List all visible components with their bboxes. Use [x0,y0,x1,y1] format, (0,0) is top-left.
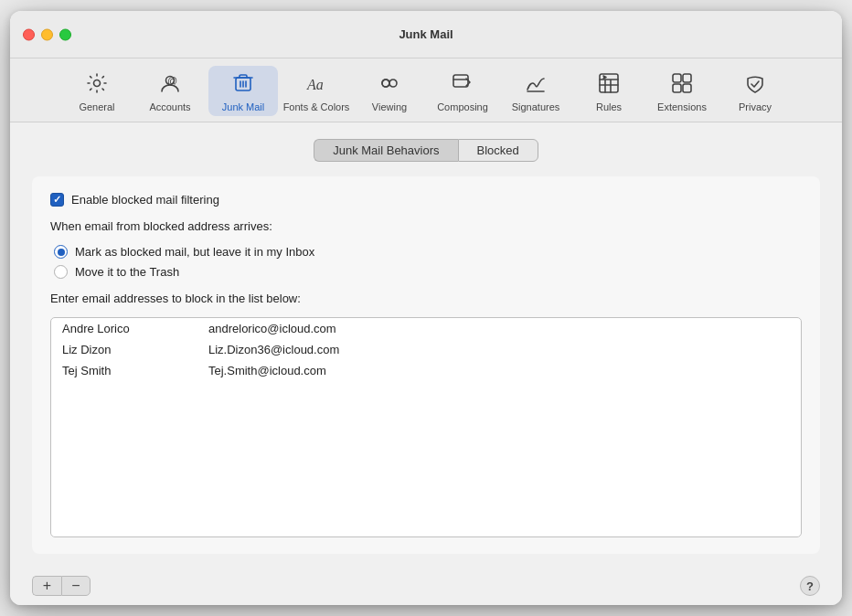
radio-trash-label: Move it to the Trash [75,265,179,279]
toolbar-junk-label: Junk Mail [222,101,264,112]
toolbar: General @ Accounts [10,58,842,122]
maximize-button[interactable] [59,28,71,40]
toolbar-composing[interactable]: Composing [428,66,497,116]
enable-filter-row[interactable]: Enable blocked mail filtering [50,193,802,207]
svg-text:@: @ [167,75,177,86]
svg-text:Aa: Aa [306,77,324,92]
settings-panel: Enable blocked mail filtering When email… [32,176,820,554]
email-name-2: Tej Smith [62,364,208,377]
add-button[interactable]: + [32,576,61,596]
when-label: When email from blocked address arrives: [50,219,272,233]
table-row[interactable]: Liz Dizon Liz.Dizon36@icloud.com [51,339,801,360]
radio-mark-button[interactable] [54,245,68,259]
toolbar-extensions[interactable]: Extensions [647,66,717,116]
toolbar-rules-label: Rules [596,101,622,112]
toolbar-fonts-label: Fonts & Colors [283,101,350,112]
svg-rect-15 [600,74,618,92]
radio-mark-inner [58,249,65,256]
close-button[interactable] [23,28,35,40]
toolbar-composing-label: Composing [437,101,488,112]
radio-group: Mark as blocked mail, but leave it in my… [50,245,802,279]
when-label-row: When email from blocked address arrives: [50,218,802,234]
toolbar-viewing-label: Viewing [372,101,407,112]
toolbar-signatures-label: Signatures [512,101,560,112]
svg-point-10 [389,80,397,87]
radio-trash-button[interactable] [54,265,68,279]
email-list[interactable]: Andre Lorico andrelorico@icloud.com Liz … [50,317,802,537]
toolbar-accounts[interactable]: @ Accounts [135,66,205,116]
table-row[interactable]: Tej Smith Tej.Smith@icloud.com [51,360,801,381]
svg-point-0 [94,80,101,87]
main-window: Junk Mail General @ Accounts [10,11,842,605]
accounts-icon: @ [158,71,182,99]
svg-rect-12 [453,75,468,87]
radio-trash[interactable]: Move it to the Trash [54,265,802,279]
toolbar-signatures[interactable]: Signatures [501,66,570,116]
list-label-row: Enter email addresses to block in the li… [50,290,802,306]
toolbar-extensions-label: Extensions [657,101,707,112]
fonts-icon: Aa [304,71,328,99]
toolbar-viewing[interactable]: Viewing [355,66,424,116]
email-name-1: Liz Dizon [62,343,208,356]
email-addr-0: andrelorico@icloud.com [208,322,790,335]
privacy-icon [743,71,767,99]
toolbar-accounts-label: Accounts [149,101,190,112]
signatures-icon [524,71,548,99]
segment-blocked[interactable]: Blocked [458,139,538,162]
svg-rect-19 [683,84,691,92]
svg-rect-17 [683,74,691,82]
toolbar-general-label: General [79,101,114,112]
segmented-control: Junk Mail Behaviors Blocked [32,139,820,162]
list-label: Enter email addresses to block in the li… [50,292,301,305]
segment-junk-behaviors[interactable]: Junk Mail Behaviors [314,139,457,162]
toolbar-privacy-label: Privacy [739,101,772,112]
email-name-0: Andre Lorico [62,322,208,335]
toolbar-general[interactable]: General [62,66,132,116]
content-area: Junk Mail Behaviors Blocked Enable block… [10,122,842,568]
viewing-icon [378,71,401,99]
svg-rect-16 [673,74,681,82]
table-row[interactable]: Andre Lorico andrelorico@icloud.com [51,318,801,339]
junk-mail-icon [231,71,255,99]
email-addr-1: Liz.Dizon36@icloud.com [208,343,790,356]
svg-rect-11 [382,80,389,87]
email-addr-2: Tej.Smith@icloud.com [208,364,790,377]
minimize-button[interactable] [41,28,53,40]
general-icon [85,71,109,99]
remove-button[interactable]: − [61,576,91,596]
rules-icon [597,71,621,99]
composing-icon [451,71,474,99]
add-remove-group: + − [32,576,91,596]
enable-filter-label: Enable blocked mail filtering [71,193,219,207]
radio-mark-label: Mark as blocked mail, but leave it in my… [75,245,314,259]
window-title: Junk Mail [399,27,453,41]
svg-rect-18 [673,84,681,92]
help-button[interactable]: ? [800,576,820,596]
bottom-bar: + − ? [10,568,842,605]
radio-mark[interactable]: Mark as blocked mail, but leave it in my… [54,245,802,259]
extensions-icon [670,71,694,99]
toolbar-junk-mail[interactable]: Junk Mail [208,66,278,116]
toolbar-rules[interactable]: Rules [574,66,644,116]
toolbar-privacy[interactable]: Privacy [720,66,790,116]
traffic-lights [23,28,71,40]
enable-filter-checkbox[interactable] [50,193,64,207]
toolbar-fonts[interactable]: Aa Fonts & Colors [282,66,351,116]
title-bar: Junk Mail [10,11,842,58]
